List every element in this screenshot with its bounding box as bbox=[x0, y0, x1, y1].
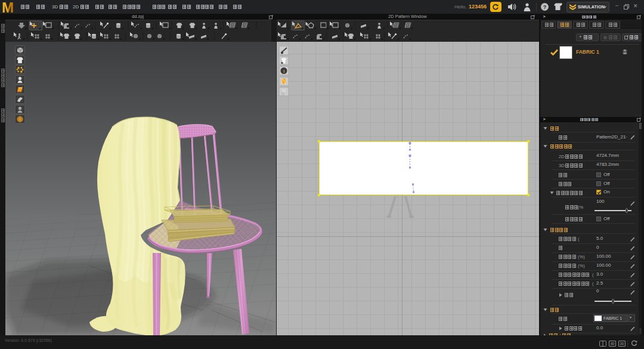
svg-text:i: i bbox=[283, 69, 284, 74]
svg-text:M: M bbox=[2, 1, 14, 13]
svg-text:?: ? bbox=[543, 4, 547, 10]
